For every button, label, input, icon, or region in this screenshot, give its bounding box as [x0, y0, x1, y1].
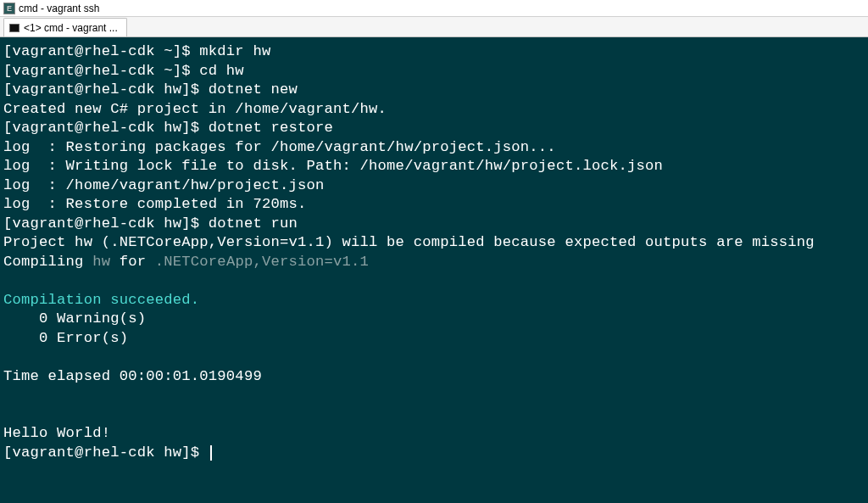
output-line: log : Restoring packages for /home/vagra…	[3, 139, 556, 155]
prompt: [vagrant@rhel-cdk ~]$	[3, 63, 199, 79]
tab-label: <1> cmd - vagrant ...	[24, 22, 118, 34]
tab-bar: <1> cmd - vagrant ...	[0, 17, 868, 37]
output-line: log : Writing lock file to disk. Path: /…	[3, 158, 663, 174]
output-line: log : /home/vagrant/hw/project.json	[3, 177, 325, 193]
prompt: [vagrant@rhel-cdk hw]$	[3, 444, 209, 461]
output-token: for	[110, 254, 155, 270]
cursor	[210, 445, 212, 461]
output-line: Time elapsed 00:00:01.0190499	[3, 368, 262, 384]
cmd: dotnet new	[209, 81, 298, 98]
output-line: Compiling	[3, 254, 92, 270]
output-token: .NETCoreApp,Version=v1.1	[155, 254, 369, 270]
window-title: cmd - vagrant ssh	[19, 3, 99, 14]
output-line: Hello World!	[3, 425, 110, 441]
output-line: Project hw (.NETCoreApp,Version=v1.1) wi…	[3, 234, 815, 250]
output-line: 0 Error(s)	[3, 330, 128, 346]
output-line: log : Restore completed in 720ms.	[3, 196, 306, 212]
terminal-output[interactable]: [vagrant@rhel-cdk ~]$ mkdir hw [vagrant@…	[0, 37, 868, 503]
output-line: Compilation succeeded.	[3, 292, 199, 308]
output-line: 0 Warning(s)	[3, 310, 146, 327]
cmd: mkdir hw	[199, 43, 270, 59]
window-titlebar: E cmd - vagrant ssh	[0, 0, 868, 17]
cmd: dotnet restore	[209, 120, 333, 136]
prompt: [vagrant@rhel-cdk hw]$	[3, 81, 209, 98]
tab-cmd-vagrant[interactable]: <1> cmd - vagrant ...	[3, 18, 127, 36]
cmd: cd hw	[199, 63, 244, 79]
cmd: dotnet run	[209, 215, 298, 232]
output-token: hw	[92, 254, 110, 270]
prompt: [vagrant@rhel-cdk hw]$	[3, 120, 209, 136]
output-line: Created new C# project in /home/vagrant/…	[3, 101, 387, 117]
prompt: [vagrant@rhel-cdk hw]$	[3, 215, 209, 232]
app-icon: E	[3, 3, 15, 14]
terminal-icon	[9, 24, 19, 32]
prompt: [vagrant@rhel-cdk ~]$	[3, 43, 199, 59]
